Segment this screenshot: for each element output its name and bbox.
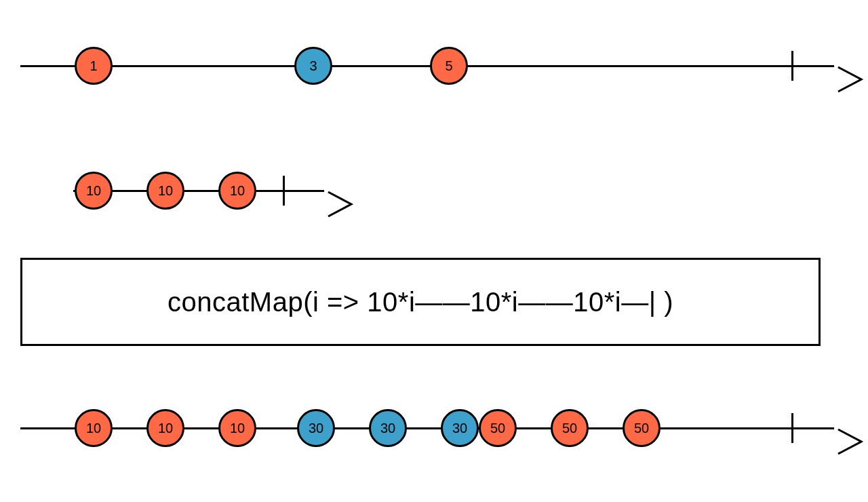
marble-value: 10: [158, 183, 173, 199]
output-marble: 50: [551, 409, 589, 447]
output-marble: 30: [297, 409, 335, 447]
inner-marble: 10: [146, 172, 184, 210]
output-marble: 30: [369, 409, 407, 447]
source-timeline: [20, 65, 834, 67]
marble-value: 50: [490, 421, 505, 436]
marble-value: 10: [86, 183, 101, 199]
marble-value: 50: [634, 421, 649, 436]
marble-value: 3: [309, 58, 317, 74]
output-marble: 10: [146, 409, 184, 447]
marble-value: 10: [86, 421, 101, 436]
marble-value: 1: [90, 58, 97, 74]
output-marble: 50: [623, 409, 660, 447]
output-marble: 10: [75, 409, 113, 447]
marble-value: 30: [309, 421, 323, 436]
output-timeline: [20, 427, 834, 429]
marble-value: 5: [445, 58, 452, 74]
output-marble: 10: [218, 409, 256, 447]
source-marble: 5: [430, 47, 468, 85]
source-marble: 3: [294, 47, 332, 85]
inner-marble: 10: [218, 172, 256, 210]
operator-label: concatMap(i => 10*i——10*i——10*i—| ): [167, 287, 673, 317]
operator-box: concatMap(i => 10*i——10*i——10*i—| ): [20, 258, 821, 346]
marble-diagram: 1 3 5 10 10 10 concatMap(i => 10*i——10*i…: [0, 0, 868, 502]
source-marble: 1: [75, 47, 113, 85]
marble-value: 30: [452, 421, 467, 436]
output-marble: 30: [441, 409, 479, 447]
marble-value: 10: [158, 421, 173, 436]
marble-value: 30: [380, 421, 395, 436]
inner-marble: 10: [75, 172, 113, 210]
output-marble: 50: [479, 409, 517, 447]
marble-value: 50: [562, 421, 577, 436]
marble-value: 10: [230, 183, 245, 199]
marble-value: 10: [230, 421, 245, 436]
